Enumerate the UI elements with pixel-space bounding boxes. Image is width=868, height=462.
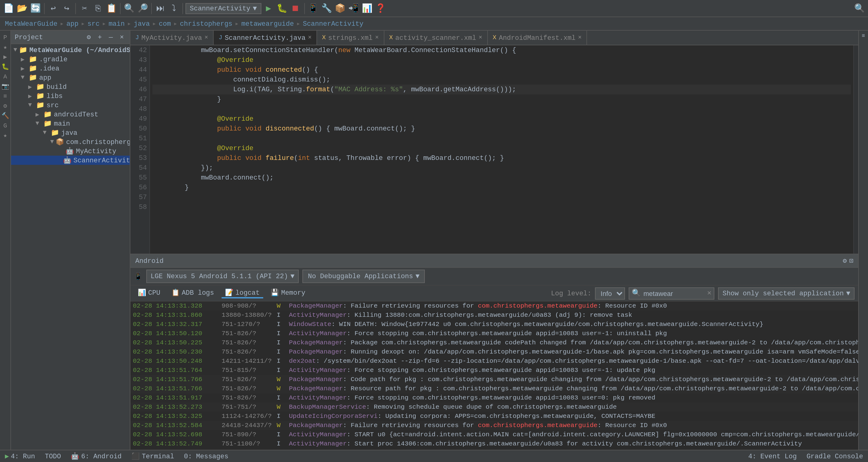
log-pid-8: 751-826/? <box>222 375 277 384</box>
avd-icon[interactable]: 📲 <box>347 2 360 15</box>
breadcrumb-main[interactable]: main <box>108 20 125 27</box>
close-tab-myactivity[interactable]: × <box>205 34 208 41</box>
android-panel-title: Android <box>135 257 163 264</box>
tree-main[interactable]: ▼ 📁 main <box>11 119 130 128</box>
tab-activity-scanner[interactable]: X activity_scanner.xml × <box>384 31 488 45</box>
favorites-sidebar-icon[interactable]: ★ <box>1 131 9 140</box>
search-input[interactable] <box>643 290 705 297</box>
logcat-icon[interactable]: 📊 <box>361 2 373 15</box>
help-icon[interactable]: ❓ <box>374 2 386 15</box>
log-area[interactable]: 02-28 14:13:31.328 908-908/? W PackageMa… <box>130 301 858 450</box>
log-level-select[interactable]: Info <box>595 287 625 299</box>
device-dropdown[interactable]: LGE Nexus 5 Android 5.1.1 (API 22) ▼ <box>146 269 299 283</box>
android-sidebar-icon[interactable]: A <box>1 72 9 81</box>
close-tab-strings[interactable]: × <box>375 34 379 41</box>
clear-search-icon[interactable]: × <box>707 289 711 297</box>
close-tab-scanneractivity[interactable]: × <box>308 34 312 41</box>
tree-scanneractivity[interactable]: ▶ 🤖 ScannerActivity <box>11 156 130 165</box>
tree-package[interactable]: ▼ 📦 com.christophergs.metawearguide <box>11 137 130 146</box>
breadcrumb-com[interactable]: com <box>159 20 171 27</box>
run-sidebar-icon[interactable]: ▶ <box>1 53 9 61</box>
gradle-icon[interactable]: 🔧 <box>320 2 333 15</box>
debug-sidebar-icon[interactable]: 🐛 <box>1 62 9 71</box>
tree-app[interactable]: ▼ 📁 app <box>11 73 130 82</box>
event-log-btn[interactable]: 4: Event Log <box>746 453 799 460</box>
tab-strings[interactable]: X strings.xml × <box>317 31 384 45</box>
tab-cpu[interactable]: 📊 CPU <box>134 288 164 298</box>
log-tag-14: ActivityManager <box>289 430 347 439</box>
panel-close-icon[interactable]: × <box>118 33 126 41</box>
gradle-sidebar-icon[interactable]: G <box>1 121 9 130</box>
gradle-console-btn[interactable]: Gradle Console <box>804 453 866 460</box>
right-sidebar-icon-1[interactable]: ≡ <box>862 33 865 39</box>
tree-gradle[interactable]: ▶ 📁 .gradle <box>11 55 130 64</box>
tree-java[interactable]: ▼ 📁 java <box>11 128 130 137</box>
attach-icon[interactable]: 📱 <box>307 2 319 15</box>
step-into-icon[interactable]: ⤵ <box>168 2 180 15</box>
tab-logcat[interactable]: 📝 logcat <box>221 288 263 298</box>
terminal-btn[interactable]: ⬛ Terminal <box>129 452 177 460</box>
close-tab-androidmanifest[interactable]: × <box>578 34 582 41</box>
copy-icon[interactable]: ⎘ <box>92 2 104 15</box>
new-file-icon[interactable]: 📄 <box>2 2 15 15</box>
run-config-dropdown[interactable]: ScannerActivity ▼ <box>185 3 261 14</box>
variants-icon[interactable]: ⚙ <box>1 102 9 110</box>
breadcrumb-scanneractivity[interactable]: ScannerActivity <box>303 20 363 27</box>
tab-adb-logs[interactable]: 📋 ADB logs <box>168 288 218 298</box>
code-content[interactable]: mwBoard.setConnectionStateHandler(new Me… <box>150 45 853 254</box>
sync-icon[interactable]: 🔄 <box>29 2 42 15</box>
find-icon[interactable]: 🔍 <box>123 2 135 15</box>
breadcrumb-christophergs[interactable]: christophergs <box>180 20 232 27</box>
tree-root[interactable]: ▼ 📁 MetaWearGuide (~/AndroidStudioProjec… <box>11 45 130 55</box>
breadcrumb-java[interactable]: java <box>134 20 150 27</box>
tab-myactivity[interactable]: J MyActivity.java × <box>130 31 214 45</box>
paste-icon[interactable]: 📋 <box>105 2 118 15</box>
no-debug-dropdown[interactable]: No Debuggable Applications ▼ <box>302 269 425 283</box>
tree-androidtest[interactable]: ▶ 📁 androidTest <box>11 110 130 119</box>
android-btn[interactable]: 🤖 6: Android <box>68 452 124 460</box>
search-everywhere-icon[interactable]: 🔍 <box>853 2 866 15</box>
tree-src[interactable]: ▼ 📁 src <box>11 100 130 110</box>
breadcrumb-src[interactable]: src <box>88 20 100 27</box>
tree-myactivity[interactable]: ▶ 🤖 MyActivity <box>11 146 130 156</box>
todo-btn[interactable]: TODO <box>42 453 63 460</box>
tree-build[interactable]: ▶ 📁 build <box>11 82 130 91</box>
breadcrumb-metawearguide[interactable]: MetaWearGuide <box>5 20 58 27</box>
breadcrumb-metawearguide2[interactable]: metawearguide <box>242 20 294 27</box>
tree-libs[interactable]: ▶ 📁 libs <box>11 91 130 100</box>
close-tab-activity-scanner[interactable]: × <box>479 34 483 41</box>
debug-icon[interactable]: 🐛 <box>276 2 288 15</box>
redo-icon[interactable]: ↪ <box>61 2 73 15</box>
run-icon[interactable]: ▶ <box>262 2 275 15</box>
toolbar-sep-4 <box>151 3 152 14</box>
cut-icon[interactable]: ✂ <box>79 2 91 15</box>
breadcrumb-app[interactable]: app <box>66 20 79 27</box>
folder-icon-src: 📁 <box>36 101 45 109</box>
panel-settings-icon[interactable]: ⚙ <box>85 33 93 41</box>
tab-label-androidmanifest: AndroidManifest.xml <box>499 34 576 41</box>
sdk-icon[interactable]: 📦 <box>334 2 346 15</box>
favorites-icon[interactable]: ★ <box>1 43 9 52</box>
log-entry-8: 02-28 14:13:51.766 751-826/? W PackageMa… <box>130 375 858 384</box>
structure-icon[interactable]: ≡ <box>1 92 9 100</box>
tab-memory[interactable]: 💾 Memory <box>267 288 309 298</box>
panel-settings-icon-android[interactable]: ⚙ <box>843 257 847 265</box>
captures-icon[interactable]: 📷 <box>1 82 9 91</box>
project-sidebar-icon[interactable]: P <box>1 33 9 42</box>
undo-icon[interactable]: ↩ <box>47 2 59 15</box>
build-icon[interactable]: 🔨 <box>1 112 9 120</box>
find-replace-icon[interactable]: 🔎 <box>136 2 149 15</box>
stop-icon[interactable]: ⏹ <box>289 2 302 15</box>
messages-btn[interactable]: 0: Messages <box>182 453 231 460</box>
toolbar-sep-5 <box>182 3 183 14</box>
tab-androidmanifest[interactable]: X AndroidManifest.xml × <box>488 31 587 45</box>
show-only-selected-button[interactable]: Show only selected application ▼ <box>718 287 855 299</box>
step-over-icon[interactable]: ⏭ <box>154 2 166 15</box>
tree-idea[interactable]: ▶ 📁 .idea <box>11 64 130 73</box>
open-icon[interactable]: 📂 <box>16 2 28 15</box>
panel-collapse-icon[interactable]: — <box>106 33 115 41</box>
tab-scanneractivity[interactable]: J ScannerActivity.java × <box>214 31 317 45</box>
panel-restore-icon[interactable]: ⊡ <box>849 257 853 265</box>
run-status-btn[interactable]: ▶ 4: Run <box>2 452 37 460</box>
panel-expand-icon[interactable]: + <box>95 33 104 41</box>
